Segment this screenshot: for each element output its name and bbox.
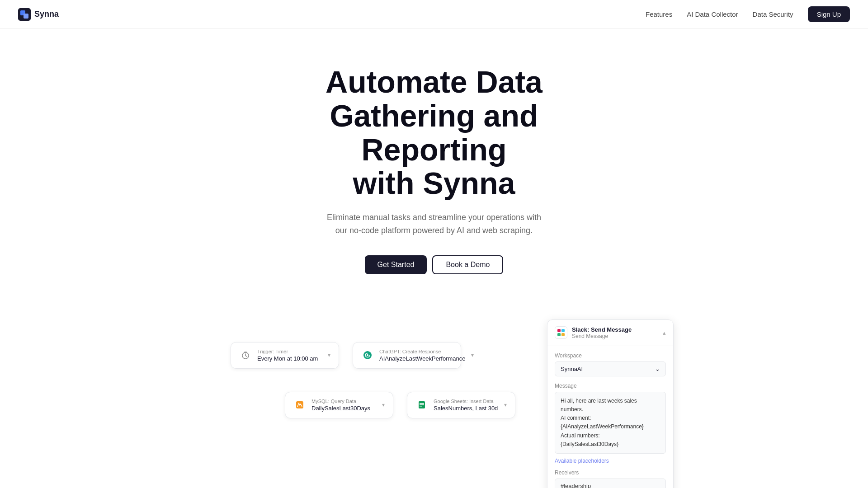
hero-title: Automate Data Gathering and Reporting wi… [276, 65, 592, 200]
receivers-input[interactable]: #leadership [555, 479, 666, 488]
workspace-select[interactable]: SynnaAI ⌄ [555, 361, 666, 376]
logo-text: Synna [34, 9, 59, 19]
timer-card-chevron: ▾ [328, 352, 330, 358]
demo-section: Trigger: Timer Every Mon at 10:00 am ▾ C… [0, 301, 868, 488]
mysql-card-value: DailySalesLast30Days [311, 405, 377, 412]
svg-rect-14 [561, 333, 565, 336]
nav-link-features[interactable]: Features [646, 10, 672, 18]
chatgpt-card-label: ChatGPT: Create Response [379, 349, 466, 354]
message-line-2: AI comment: {AIAnalyzeLastWeekPerformanc… [561, 414, 660, 431]
nav-links: Features AI Data Collector Data Security… [646, 6, 850, 22]
workflow-card-timer[interactable]: Trigger: Timer Every Mon at 10:00 am ▾ [231, 342, 339, 369]
slack-icon [555, 326, 567, 339]
slack-panel-body: Workspace SynnaAI ⌄ Message Hi all, here… [547, 346, 673, 488]
slack-panel-header: Slack: Send Message Send Message ▴ [547, 320, 673, 346]
slack-panel-subtitle: Send Message [572, 333, 632, 339]
logo-icon [18, 8, 31, 21]
gsheets-card-value: SalesNumbers, Last 30d [434, 405, 499, 412]
svg-rect-13 [557, 333, 561, 336]
logo-link[interactable]: Synna [18, 8, 59, 21]
get-started-button[interactable]: Get Started [365, 255, 427, 274]
workflow-card-mysql[interactable]: MySQL: Query Data DailySalesLast30Days ▾ [285, 392, 393, 418]
chatgpt-card-value: AIAnalyzeLastWeekPerformance [379, 355, 466, 362]
message-line-4: {DailySalesLast30Days} [561, 440, 660, 449]
workflow-card-chatgpt[interactable]: ChatGPT: Create Response AIAnalyzeLastWe… [353, 342, 461, 369]
svg-rect-2 [24, 14, 28, 19]
workflow-cards: Trigger: Timer Every Mon at 10:00 am ▾ C… [231, 319, 637, 464]
navigation: Synna Features AI Data Collector Data Se… [0, 0, 868, 29]
nav-link-data-security[interactable]: Data Security [753, 10, 793, 18]
hero-subtitle: Eliminate manual tasks and streamline yo… [326, 211, 542, 237]
gsheets-icon [415, 399, 428, 411]
signup-button[interactable]: Sign Up [808, 6, 850, 22]
message-line-1: Hi all, here are last weeks sales number… [561, 397, 660, 414]
receivers-label: Receivers [555, 469, 666, 476]
svg-point-5 [367, 354, 368, 356]
svg-rect-9 [420, 404, 424, 405]
mysql-card-chevron: ▾ [382, 402, 385, 408]
slack-collapse-icon[interactable]: ▴ [663, 329, 666, 336]
mysql-icon [293, 399, 306, 411]
timer-icon [239, 349, 252, 361]
gsheets-card-label: Google Sheets: Insert Data [434, 399, 499, 404]
hero-buttons: Get Started Book a Demo [365, 255, 504, 274]
svg-rect-11 [557, 329, 561, 332]
message-label: Message [555, 383, 666, 389]
timer-card-label: Trigger: Timer [257, 349, 322, 354]
chatgpt-card-chevron: ▾ [471, 352, 474, 358]
svg-rect-10 [420, 406, 422, 407]
message-content[interactable]: Hi all, here are last weeks sales number… [555, 392, 666, 454]
workspace-label: Workspace [555, 352, 666, 359]
mysql-card-label: MySQL: Query Data [311, 399, 377, 404]
svg-rect-8 [420, 403, 424, 404]
nav-link-ai-data-collector[interactable]: AI Data Collector [687, 10, 738, 18]
available-placeholders-link[interactable]: Available placeholders [555, 458, 609, 464]
timer-card-value: Every Mon at 10:00 am [257, 355, 322, 362]
chatgpt-icon [361, 349, 374, 361]
slack-panel-title: Slack: Send Message [572, 326, 632, 333]
hero-section: Automate Data Gathering and Reporting wi… [0, 29, 868, 301]
gsheets-card-chevron: ▾ [504, 402, 507, 408]
svg-rect-12 [561, 329, 565, 332]
workflow-card-gsheets[interactable]: Google Sheets: Insert Data SalesNumbers,… [407, 392, 515, 418]
slack-panel: Slack: Send Message Send Message ▴ Works… [547, 319, 674, 488]
message-line-3: Actual numbers: [561, 432, 660, 440]
book-demo-button[interactable]: Book a Demo [432, 255, 503, 274]
